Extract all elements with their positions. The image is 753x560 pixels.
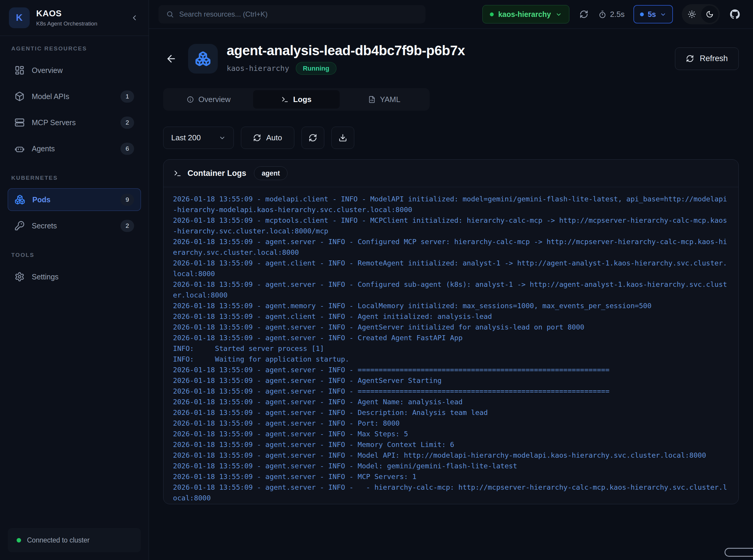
log-output: 2026-01-18 13:55:09 - modelapi.client - … [163,187,738,504]
section-label: KUBERNETES [11,175,137,181]
interval-status-dot [640,13,644,16]
sidebar-footer: Connected to cluster [0,520,148,560]
log-line: 2026-01-18 13:55:09 - modelapi.client - … [173,194,729,215]
pod-tabs: Overview Logs YAML [163,88,430,111]
log-line: 2026-01-18 13:55:09 - agent.memory - INF… [173,300,729,311]
global-refresh-button[interactable] [578,8,590,20]
count-badge: 2 [120,117,134,129]
log-line: INFO: Started server process [1] [173,343,729,354]
tab-label: YAML [380,95,400,104]
info-icon [186,96,194,103]
search-placeholder: Search resources... (Ctrl+K) [179,10,267,18]
brand-text: KAOS K8s Agent Orchestration [36,8,122,27]
sidebar-item-label: Settings [32,273,134,281]
pod-subtitle-row: kaos-hierarchy Running [227,62,465,75]
count-badge: 1 [120,91,134,103]
log-line: 2026-01-18 13:55:09 - agent.server - INF… [173,333,729,343]
gear-icon [15,272,25,282]
main-area: Search resources... (Ctrl+K) kaos-hierar… [149,0,753,560]
brand-header: K KAOS K8s Agent Orchestration [0,0,148,36]
refresh-icon [686,55,694,63]
log-lines-select[interactable]: Last 200 [163,127,234,149]
refresh-interval-value: 5s [648,10,656,19]
log-line: INFO: Waiting for application startup. [173,354,729,364]
sidebar-item-secrets[interactable]: Secrets 2 [8,215,141,237]
log-line: 2026-01-18 13:55:09 - agent.server - INF… [173,439,729,450]
refresh-interval-selector[interactable]: 5s [633,5,673,23]
tab-yaml[interactable]: YAML [341,90,428,108]
sidebar-item-agents[interactable]: Agents 6 [8,137,141,160]
refresh-icon [579,10,588,19]
pod-title-block: agent-analysis-lead-db4bc7f9b-p6b7x kaos… [227,42,465,75]
count-badge: 2 [120,220,134,232]
horizontal-scrollbar-thumb[interactable] [725,548,753,557]
sidebar-item-label: Model APIs [32,92,113,101]
tab-overview[interactable]: Overview [165,90,252,108]
refresh-icon [309,134,317,142]
sidebar-item-label: Agents [32,144,113,153]
tab-label: Logs [293,95,312,104]
container-logs-panel: Container Logs agent 2026-01-18 13:55:09… [163,159,739,504]
log-controls: Last 200 Auto [163,127,739,149]
sidebar-collapse-button[interactable] [128,12,140,24]
status-badge: Running [296,62,336,75]
sidebar-nav: AGENTIC RESOURCES Overview Model APIs 1 … [0,36,148,520]
github-icon [730,9,740,19]
theme-toggle [682,4,720,24]
dark-theme-button[interactable] [701,6,718,23]
tab-logs[interactable]: Logs [253,90,340,108]
arrow-left-icon [165,53,177,64]
namespace-selector[interactable]: kaos-hierarchy [482,5,569,23]
log-line: 2026-01-18 13:55:09 - agent.server - INF… [173,236,729,258]
nav-section-agentic: AGENTIC RESOURCES Overview Model APIs 1 … [8,45,141,160]
github-link[interactable] [729,8,741,20]
refresh-icon [253,134,261,142]
sidebar-item-label: MCP Servers [32,118,113,127]
moon-icon [706,11,714,18]
log-panel-title: Container Logs [187,169,246,178]
key-icon [15,221,25,231]
dashboard-icon [15,65,25,75]
manual-refresh-logs-button[interactable] [301,127,324,149]
page-content: agent-analysis-lead-db4bc7f9b-p6b7x kaos… [149,29,753,560]
sidebar: K KAOS K8s Agent Orchestration AGENTIC R… [0,0,149,560]
sidebar-item-pods[interactable]: Pods 9 [8,188,141,211]
log-line: 2026-01-18 13:55:09 - agent.server - INF… [173,322,729,333]
section-label: TOOLS [11,252,137,258]
log-lines-select-value: Last 200 [171,133,201,142]
server-icon [15,117,25,127]
nav-section-kubernetes: KUBERNETES Pods 9 Secrets 2 [8,175,141,237]
pods-boxes-icon [195,51,211,67]
log-line: 2026-01-18 13:55:09 - agent.server - INF… [173,279,729,300]
sidebar-item-mcp-servers[interactable]: MCP Servers 2 [8,111,141,134]
terminal-icon [281,96,289,103]
brand-logo: K [9,7,30,28]
robot-icon [15,144,25,154]
timer-icon [598,11,607,18]
light-theme-button[interactable] [683,6,700,23]
download-icon [338,134,347,142]
log-line: 2026-01-18 13:55:09 - agent.server - INF… [173,364,729,375]
sun-icon [688,10,696,18]
refresh-button[interactable]: Refresh [675,47,739,70]
sidebar-item-overview[interactable]: Overview [8,59,141,82]
tab-label: Overview [198,95,231,104]
search-input[interactable]: Search resources... (Ctrl+K) [158,5,425,23]
log-line: 2026-01-18 13:55:09 - agent.server - INF… [173,471,729,482]
chevron-down-icon [660,11,666,18]
app-subtitle: K8s Agent Orchestration [36,20,122,27]
log-line: 2026-01-18 13:55:09 - agent.server - INF… [173,397,729,407]
auto-refresh-toggle[interactable]: Auto [241,127,294,149]
download-logs-button[interactable] [331,127,354,149]
container-name-badge: agent [254,166,288,180]
search-icon [166,11,174,18]
section-label: AGENTIC RESOURCES [11,45,137,52]
sidebar-item-settings[interactable]: Settings [8,265,141,288]
box-icon [15,92,25,101]
log-line: 2026-01-18 13:55:09 - agent.server - INF… [173,418,729,428]
back-button[interactable] [163,51,179,67]
sidebar-item-model-apis[interactable]: Model APIs 1 [8,85,141,108]
status-dot-green [17,538,21,542]
refresh-elapsed: 2.5s [598,10,625,19]
log-line: 2026-01-18 13:55:09 - agent.server - INF… [173,461,729,471]
